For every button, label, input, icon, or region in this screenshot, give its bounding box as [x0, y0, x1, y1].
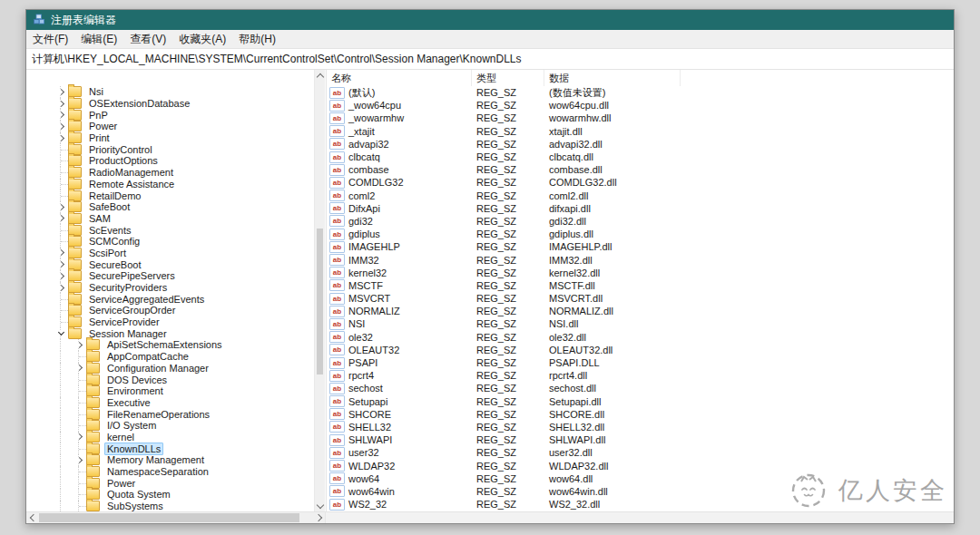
value-row-msvcrt[interactable]: abMSVCRTREG_SZMSVCRT.dll [327, 292, 954, 305]
value-row-shlwapi[interactable]: abSHLWAPIREG_SZSHLWAPI.dll [327, 433, 954, 446]
menu-v[interactable]: 查看(V) [123, 30, 172, 48]
tree-horizontal-scrollbar[interactable] [26, 512, 325, 523]
tree-item-environment[interactable]: Environment [26, 385, 314, 397]
tree-connector [72, 489, 86, 501]
tree-item-label: Memory Management [104, 454, 207, 465]
value-row-msctf[interactable]: abMSCTFREG_SZMSCTF.dll [327, 279, 954, 292]
value-row-rpcrt4[interactable]: abrpcrt4REG_SZrpcrt4.dll [327, 369, 954, 382]
value-type: REG_SZ [472, 345, 544, 355]
value-row-normaliz[interactable]: abNORMALIZREG_SZNORMALIZ.dll [327, 305, 954, 317]
tree-item-quota-system[interactable]: Quota System [26, 489, 314, 501]
tree-item-i-o-system[interactable]: I/O System [26, 420, 314, 432]
list-horizontal-scrollbar[interactable] [325, 512, 954, 523]
string-value-icon: ab [329, 408, 345, 420]
chevron-right-icon[interactable] [54, 109, 68, 121]
value-name-cell: abuser32 [327, 447, 472, 459]
chevron-right-icon[interactable] [54, 121, 68, 132]
tree-item-session-manager[interactable]: Session Manager [26, 327, 314, 339]
menu-h[interactable]: 帮助(H) [232, 30, 282, 48]
menu-f[interactable]: 文件(F) [26, 30, 74, 48]
folder-icon [86, 501, 100, 511]
tree-item-label: SecurityProviders [86, 282, 170, 293]
tree-item-appcompatcache[interactable]: AppCompatCache [26, 351, 314, 363]
chevron-right-icon[interactable] [54, 258, 68, 270]
value-row-wow64cpu[interactable]: ab_wow64cpuREG_SZwow64cpu.dll [327, 99, 954, 112]
tree-item-label: Nsi [86, 86, 106, 97]
scroll-up-icon[interactable] [315, 70, 326, 81]
tree-item-label: Power [86, 121, 120, 131]
scroll-down-icon[interactable] [315, 501, 326, 511]
tree-item-knowndlls[interactable]: KnownDLLs [26, 443, 314, 454]
value-row-kernel32[interactable]: abkernel32REG_SZkernel32.dll [327, 267, 954, 279]
tree-item-power[interactable]: Power [26, 477, 314, 489]
value-name: NSI [348, 318, 365, 329]
value-row-sechost[interactable]: absechostREG_SZsechost.dll [327, 382, 954, 394]
tree-connector [72, 443, 86, 454]
value-row-shcore[interactable]: abSHCOREREG_SZSHCORE.dll [327, 408, 954, 421]
value-row-clbcatq[interactable]: abclbcatqREG_SZclbcatq.dll [327, 151, 954, 163]
vertical-scrollbar-thumb[interactable] [317, 229, 323, 374]
value-row-shell32[interactable]: abSHELL32REG_SZSHELL32.dll [327, 421, 954, 433]
scroll-left-icon[interactable] [26, 512, 37, 523]
watermark-text: 亿人安全 [838, 474, 947, 507]
chevron-right-icon[interactable] [54, 248, 68, 259]
tree-item-configuration-manager[interactable]: Configuration Manager [26, 363, 314, 374]
value-row-gdiplus[interactable]: abgdiplusREG_SZgdiplus.dll [327, 228, 954, 240]
tree-item-namespaceseparation[interactable]: NamespaceSeparation [26, 466, 314, 478]
value-row-imagehlp[interactable]: abIMAGEHLPREG_SZIMAGEHLP.dll [327, 240, 954, 253]
scroll-right-icon[interactable] [314, 512, 325, 523]
chevron-right-icon[interactable] [54, 282, 68, 294]
chevron-right-icon[interactable] [72, 432, 86, 443]
horizontal-scrollbar-track[interactable] [37, 512, 314, 523]
chevron-right-icon[interactable] [54, 213, 68, 225]
chevron-right-icon[interactable] [54, 201, 68, 213]
value-row-psapi[interactable]: abPSAPIREG_SZPSAPI.DLL [327, 356, 954, 369]
value-row-combase[interactable]: abcombaseREG_SZcombase.dll [327, 163, 954, 176]
chevron-right-icon[interactable] [54, 132, 68, 144]
value-name-cell: ab_xtajit [327, 125, 472, 137]
chevron-right-icon[interactable] [54, 98, 68, 110]
address-input[interactable] [26, 53, 954, 65]
tree-item-dos-devices[interactable]: DOS Devices [26, 374, 314, 385]
tree-vertical-scrollbar[interactable] [314, 70, 325, 511]
value-data: MSVCRT.dll [544, 293, 954, 304]
menu-a[interactable]: 收藏夹(A) [172, 30, 232, 48]
value-row-advapi32[interactable]: abadvapi32REG_SZadvapi32.dll [327, 138, 954, 151]
chevron-right-icon[interactable] [72, 339, 86, 351]
horizontal-scrollbar-thumb[interactable] [39, 513, 299, 522]
tree-item-apisetschemaextensions[interactable]: ApiSetSchemaExtensions [26, 339, 314, 351]
value-row-difxapi[interactable]: abDifxApiREG_SZdifxapi.dll [327, 202, 954, 215]
title-bar[interactable]: 注册表编辑器 [26, 10, 954, 30]
tree-item-subsystems[interactable]: SubSystems [26, 501, 314, 511]
tree-item-label: ScsiPort [86, 248, 129, 258]
value-name: (默认) [348, 86, 375, 100]
value-row-nsi[interactable]: abNSIREG_SZNSI.dll [327, 317, 954, 330]
tree-item-kernel[interactable]: kernel [26, 432, 314, 443]
column-header-type[interactable]: 类型 [472, 70, 544, 86]
tree-item-memory-management[interactable]: Memory Management [26, 454, 314, 466]
value-row-xtajit[interactable]: ab_xtajitREG_SZxtajit.dll [327, 125, 954, 138]
value-row-coml2[interactable]: abcoml2REG_SZcoml2.dll [327, 190, 954, 202]
value-row-wowarmhw[interactable]: ab_wowarmhwREG_SZwowarmhw.dll [327, 112, 954, 124]
chevron-right-icon[interactable] [72, 363, 86, 374]
value-row-comdlg32[interactable]: abCOMDLG32REG_SZCOMDLG32.dll [327, 176, 954, 189]
value-row-setupapi[interactable]: abSetupapiREG_SZSetupapi.dll [327, 395, 954, 408]
menu-e[interactable]: 编辑(E) [74, 30, 123, 48]
value-row-default[interactable]: ab(默认)REG_SZ(数值未设置) [327, 86, 954, 99]
chevron-right-icon[interactable] [54, 86, 68, 98]
value-row-user32[interactable]: abuser32REG_SZuser32.dll [327, 446, 954, 459]
value-type: REG_SZ [472, 203, 544, 214]
value-row-imm32[interactable]: abIMM32REG_SZIMM32.dll [327, 253, 954, 266]
chevron-right-icon[interactable] [54, 270, 68, 282]
tree-item-filerenameoperations[interactable]: FileRenameOperations [26, 408, 314, 420]
chevron-down-icon[interactable] [54, 327, 68, 339]
value-row-gdi32[interactable]: abgdi32REG_SZgdi32.dll [327, 215, 954, 228]
chevron-right-icon[interactable] [72, 454, 86, 466]
value-row-oleaut32[interactable]: abOLEAUT32REG_SZOLEAUT32.dll [327, 344, 954, 356]
tree-item-label: SCMConfig [86, 236, 142, 247]
value-name-cell: abclbcatq [327, 151, 472, 163]
column-header-name[interactable]: 名称 [327, 70, 472, 86]
column-header-data[interactable]: 数据 [544, 70, 681, 86]
value-row-ole32[interactable]: abole32REG_SZole32.dll [327, 331, 954, 344]
tree-item-executive[interactable]: Executive [26, 397, 314, 409]
